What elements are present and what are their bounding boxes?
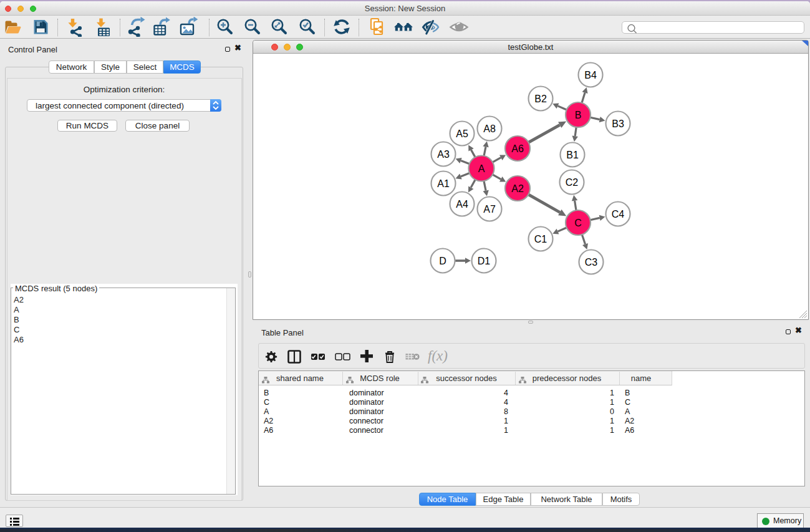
svg-text:A6: A6 [511, 143, 524, 154]
svg-text:A1: A1 [437, 178, 450, 189]
svg-text:A8: A8 [483, 123, 496, 134]
svg-text:A4: A4 [456, 199, 468, 210]
svg-text:A: A [478, 163, 485, 174]
svg-text:B: B [575, 110, 582, 120]
svg-text:C1: C1 [534, 234, 547, 244]
svg-text:B4: B4 [584, 70, 597, 80]
svg-text:B3: B3 [612, 118, 624, 129]
svg-text:B2: B2 [534, 94, 547, 104]
svg-text:A2: A2 [511, 183, 524, 194]
svg-text:C3: C3 [585, 257, 598, 268]
svg-text:B1: B1 [566, 150, 579, 160]
svg-text:D1: D1 [478, 256, 491, 266]
svg-text:A7: A7 [483, 204, 496, 215]
svg-text:C: C [574, 218, 582, 228]
svg-text:C2: C2 [566, 177, 579, 188]
svg-text:A3: A3 [437, 149, 450, 160]
svg-text:C4: C4 [612, 209, 625, 220]
svg-text:A5: A5 [456, 128, 468, 139]
svg-text:D: D [439, 256, 446, 266]
